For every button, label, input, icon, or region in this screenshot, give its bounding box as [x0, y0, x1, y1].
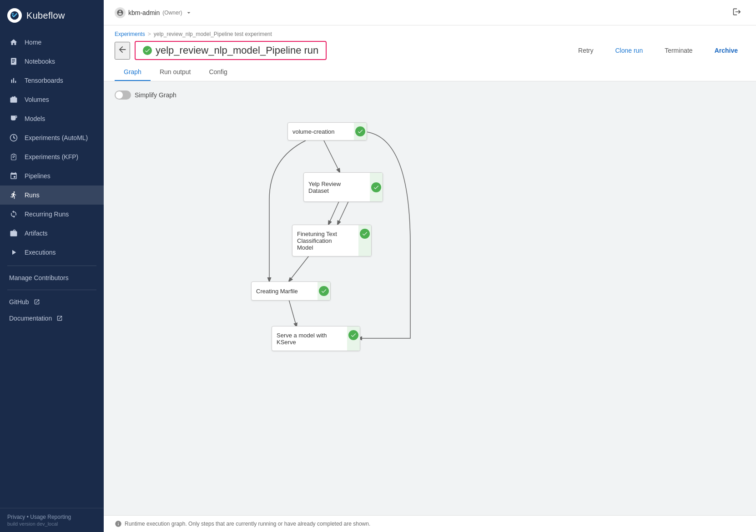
sidebar-label-experiments-kfp: Experiments (KFP): [25, 153, 78, 161]
tab-graph[interactable]: Graph: [115, 64, 151, 81]
tab-run-output[interactable]: Run output: [151, 64, 200, 81]
node-volume-creation[interactable]: volume-creation: [287, 122, 367, 141]
svg-line-3: [328, 200, 340, 225]
node-status-finetuning: [358, 225, 371, 256]
topbar-left: kbm-admin (Owner): [115, 7, 192, 18]
sidebar: Kubeflow Home Notebooks Tensorboards V: [0, 0, 104, 532]
sidebar-label-pipelines: Pipelines: [25, 172, 50, 180]
run-actions: Retry Clone run Terminate Archive: [571, 44, 745, 57]
simplify-graph-toggle[interactable]: [115, 90, 131, 100]
run-tabs: Graph Run output Config: [115, 64, 745, 81]
breadcrumb-separator: >: [148, 31, 151, 37]
node-creating-marfile[interactable]: Creating Marfile: [251, 281, 331, 301]
user-avatar-icon: [115, 7, 126, 18]
graph-area: Simplify Graph: [104, 81, 756, 532]
sidebar-item-home[interactable]: Home: [0, 33, 104, 52]
sidebar-item-documentation[interactable]: Documentation: [0, 310, 104, 326]
sidebar-item-tensorboards[interactable]: Tensorboards: [0, 71, 104, 90]
sidebar-logo[interactable]: Kubeflow: [0, 0, 104, 31]
run-title-row: yelp_review_nlp_model_Pipeline run Retry…: [115, 41, 745, 60]
node-status-yelp-review-dataset: [370, 173, 383, 201]
svg-line-5: [289, 254, 310, 281]
pipelines-icon: [9, 171, 18, 181]
back-button[interactable]: [115, 42, 130, 60]
svg-line-2: [324, 141, 340, 172]
node-serve-model[interactable]: Serve a model with KServe: [272, 326, 360, 351]
sidebar-item-manage-contributors[interactable]: Manage Contributors: [0, 270, 104, 286]
sidebar-footer: Privacy • Usage Reporting build version …: [0, 508, 104, 532]
tensorboard-icon: [9, 76, 18, 85]
toggle-knob: [116, 91, 123, 99]
sidebar-label-notebooks: Notebooks: [25, 58, 55, 65]
logout-icon: [732, 7, 741, 16]
logout-button[interactable]: [729, 5, 745, 20]
retry-button[interactable]: Retry: [571, 44, 600, 57]
sidebar-item-runs[interactable]: Runs: [0, 186, 104, 205]
run-header: Experiments > yelp_review_nlp_model_Pipe…: [104, 25, 756, 81]
footer-build: build version dev_local: [7, 521, 96, 527]
sidebar-label-models: Models: [25, 115, 45, 122]
breadcrumb-experiments-link[interactable]: Experiments: [115, 31, 145, 37]
graph-footer: Runtime execution graph. Only steps that…: [104, 515, 756, 532]
graph-footer-text: Runtime execution graph. Only steps that…: [125, 521, 370, 527]
sidebar-item-volumes[interactable]: Volumes: [0, 90, 104, 109]
archive-button[interactable]: Archive: [707, 44, 745, 57]
sidebar-divider-1: [7, 266, 96, 266]
artifacts-icon: [9, 229, 18, 238]
sidebar-label-experiments-automl: Experiments (AutoML): [25, 134, 88, 141]
node-label-volume-creation: volume-creation: [292, 128, 362, 135]
terminate-button[interactable]: Terminate: [657, 44, 700, 57]
node-status-creating-marfile: [318, 282, 330, 300]
run-title-left: yelp_review_nlp_model_Pipeline run: [115, 41, 327, 60]
node-finetuning-text[interactable]: Finetuning Text Classification Model: [292, 225, 372, 256]
user-name: kbm-admin: [128, 9, 160, 16]
clone-run-button[interactable]: Clone run: [608, 44, 650, 57]
models-icon: [9, 114, 18, 123]
kubeflow-logo-icon: [7, 8, 22, 23]
runs-icon: [9, 191, 18, 200]
run-title-box: yelp_review_nlp_model_Pipeline run: [135, 41, 327, 60]
run-title: yelp_review_nlp_model_Pipeline run: [156, 45, 318, 56]
user-menu[interactable]: kbm-admin (Owner): [115, 7, 192, 18]
sidebar-label-artifacts: Artifacts: [25, 230, 48, 237]
sidebar-logo-text: Kubeflow: [26, 10, 65, 21]
breadcrumb-experiment-name: yelp_review_nlp_model_Pipeline test expe…: [154, 31, 272, 37]
sidebar-label-runs: Runs: [25, 191, 40, 199]
sidebar-label-home: Home: [25, 39, 41, 46]
sidebar-item-experiments-kfp[interactable]: Experiments (KFP): [0, 147, 104, 166]
sidebar-item-pipelines[interactable]: Pipelines: [0, 166, 104, 186]
node-label-finetuning: Finetuning Text Classification Model: [297, 231, 367, 251]
topbar-right: [729, 5, 745, 20]
simplify-toggle: Simplify Graph: [115, 90, 745, 100]
sidebar-divider-2: [7, 290, 96, 290]
user-role: (Owner): [162, 10, 182, 16]
sidebar-label-recurring-runs: Recurring Runs: [25, 211, 69, 218]
sidebar-item-experiments-automl[interactable]: Experiments (AutoML): [0, 128, 104, 147]
pipeline-graph: volume-creation Yelp Review Dataset: [115, 109, 456, 381]
footer-usage: Usage Reporting: [30, 514, 71, 520]
main-content: kbm-admin (Owner) Experiments > yelp_rev…: [104, 0, 756, 532]
sidebar-item-artifacts[interactable]: Artifacts: [0, 224, 104, 243]
notebook-icon: [9, 57, 18, 66]
footer-privacy: Privacy: [7, 514, 25, 520]
experiments-kfp-icon: [9, 152, 18, 161]
experiments-automl-icon: [9, 133, 18, 142]
sidebar-label-volumes: Volumes: [25, 96, 49, 103]
breadcrumb: Experiments > yelp_review_nlp_model_Pipe…: [115, 31, 745, 37]
node-yelp-review-dataset[interactable]: Yelp Review Dataset: [303, 172, 383, 202]
sidebar-item-recurring-runs[interactable]: Recurring Runs: [0, 205, 104, 224]
simplify-graph-label: Simplify Graph: [135, 91, 176, 99]
info-icon: [115, 520, 122, 527]
content-area: Experiments > yelp_review_nlp_model_Pipe…: [104, 25, 756, 532]
svg-line-6: [289, 300, 297, 327]
sidebar-item-executions[interactable]: Executions: [0, 243, 104, 262]
sidebar-label-github: GitHub: [9, 298, 29, 306]
sidebar-item-notebooks[interactable]: Notebooks: [0, 52, 104, 71]
tab-config[interactable]: Config: [200, 64, 236, 81]
sidebar-item-models[interactable]: Models: [0, 109, 104, 128]
sidebar-nav: Home Notebooks Tensorboards Volumes Mode: [0, 31, 104, 508]
sidebar-item-github[interactable]: GitHub: [0, 294, 104, 310]
node-label-creating-marfile: Creating Marfile: [256, 288, 326, 295]
run-status-indicator: [143, 46, 152, 55]
node-status-volume-creation: [354, 123, 367, 140]
